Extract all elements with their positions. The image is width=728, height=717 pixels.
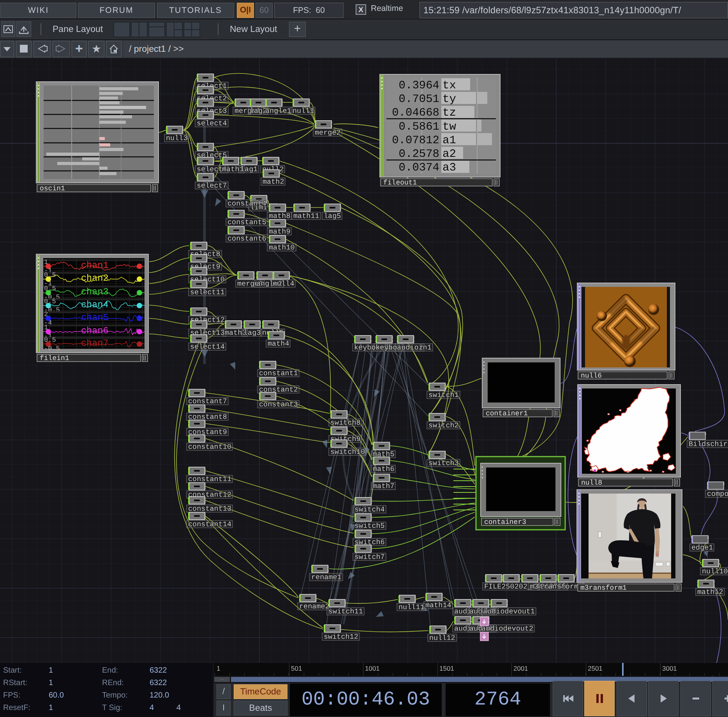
svg-text:switch3: switch3: [428, 459, 459, 467]
svg-text:chan7: chan7: [81, 338, 109, 349]
svg-text:null12: null12: [429, 634, 455, 642]
svg-text:0.5: 0.5: [44, 272, 56, 279]
svg-text:lag1: lag1: [240, 165, 257, 174]
svg-text:0.5: 0.5: [44, 337, 56, 344]
svg-text:chan1: chan1: [81, 260, 109, 271]
svg-text:chan4: chan4: [81, 300, 109, 310]
svg-text:null3: null3: [166, 134, 188, 142]
svg-text:math4: math4: [268, 340, 289, 348]
svg-text:transform1: transform1: [539, 583, 583, 591]
svg-text:null6: null6: [581, 372, 602, 380]
svg-text:select14: select14: [190, 343, 225, 351]
svg-text:constant6: constant6: [227, 235, 266, 243]
svg-text:1: 1: [44, 259, 48, 266]
svg-text:switch10: switch10: [330, 448, 365, 456]
svg-text:switch12: switch12: [324, 633, 358, 641]
svg-text:Bildschirm1: Bildschirm1: [689, 440, 728, 448]
svg-text:math7: math7: [373, 482, 395, 490]
svg-text:null1: null1: [293, 107, 314, 115]
svg-text:constant14: constant14: [188, 520, 231, 529]
svg-text:math2: math2: [263, 178, 284, 186]
svg-text:constant11: constant11: [188, 475, 231, 483]
svg-text:m3ransform1: m3ransform1: [580, 584, 627, 592]
svg-text:fileout1: fileout1: [383, 179, 417, 187]
svg-text:math11: math11: [293, 212, 319, 220]
svg-text:ty: ty: [442, 93, 456, 105]
svg-text:tw: tw: [442, 120, 456, 133]
svg-text:constant3: constant3: [259, 401, 298, 409]
svg-text:switch7: switch7: [354, 553, 385, 561]
svg-text:switch11: switch11: [328, 608, 363, 616]
svg-text:container3: container3: [484, 518, 526, 526]
svg-text:chan5: chan5: [81, 313, 109, 323]
svg-text:select7: select7: [197, 182, 227, 190]
svg-text:angle1: angle1: [265, 107, 291, 115]
svg-text:0.2578: 0.2578: [399, 148, 439, 160]
svg-text:select11: select11: [190, 288, 225, 297]
svg-text:constant1: constant1: [259, 369, 298, 378]
svg-text:math14: math14: [425, 601, 451, 610]
svg-text:0.5861: 0.5861: [399, 120, 439, 133]
svg-text:0.5: 0.5: [44, 285, 56, 293]
svg-text:chan3: chan3: [81, 287, 109, 297]
svg-text:0.3964: 0.3964: [399, 79, 439, 92]
svg-text:chan2: chan2: [81, 273, 109, 284]
svg-text:audiodevout1: audiodevout1: [483, 608, 535, 616]
svg-text:oscin1: oscin1: [40, 185, 65, 193]
svg-text:0.04668: 0.04668: [392, 106, 439, 119]
svg-text:1: 1: [44, 324, 48, 332]
svg-text:switch5: switch5: [354, 522, 385, 530]
svg-text:lag3: lag3: [243, 329, 261, 337]
svg-text:math6: math6: [373, 465, 395, 473]
svg-text:rename1: rename1: [311, 573, 342, 582]
svg-text:a2: a2: [442, 148, 456, 160]
svg-text:container1: container1: [486, 410, 528, 418]
svg-text:2: 2: [44, 311, 48, 318]
svg-text:switch1: switch1: [428, 391, 459, 399]
svg-text:0.5: 0.5: [44, 298, 56, 306]
svg-text:null8: null8: [581, 479, 602, 487]
svg-text:filein1: filein1: [40, 355, 69, 362]
svg-text:audiodevout2: audiodevout2: [481, 625, 533, 633]
svg-text:composite1: composite1: [707, 490, 728, 498]
svg-text:m3: m3: [530, 583, 538, 591]
svg-text:switch8: switch8: [330, 419, 361, 427]
svg-text:lag5: lag5: [324, 212, 341, 220]
svg-text:select4: select4: [197, 120, 227, 128]
svg-text:0.7051: 0.7051: [399, 93, 439, 105]
svg-text:rename2: rename2: [299, 603, 330, 611]
svg-text:switch2: switch2: [428, 422, 459, 430]
svg-text:null4: null4: [273, 280, 294, 288]
svg-text:merge2: merge2: [315, 129, 341, 137]
svg-text:constant10: constant10: [188, 443, 231, 451]
svg-text:constant5: constant5: [227, 218, 266, 227]
svg-text:0.0374: 0.0374: [399, 161, 439, 174]
svg-text:math8: math8: [269, 212, 291, 220]
svg-text:audioin1: audioin1: [397, 344, 432, 352]
svg-text:constant7: constant7: [188, 397, 227, 406]
svg-text:math12: math12: [697, 588, 723, 596]
svg-text:math10: math10: [269, 244, 295, 252]
svg-text:tz: tz: [442, 106, 456, 119]
svg-text:switch4: switch4: [354, 506, 385, 514]
svg-text:null11: null11: [398, 603, 425, 612]
svg-text:chan6: chan6: [81, 326, 109, 336]
svg-text:0.07812: 0.07812: [392, 134, 439, 147]
svg-text:edge1: edge1: [691, 544, 713, 552]
svg-text:-0.5: -0.5: [44, 345, 60, 353]
svg-text:constant13: constant13: [188, 505, 231, 513]
svg-text:null10: null10: [702, 568, 728, 576]
svg-text:a3: a3: [442, 161, 456, 174]
svg-text:constant4: constant4: [227, 200, 266, 208]
svg-text:tx: tx: [442, 79, 456, 92]
svg-text:math9: math9: [269, 228, 291, 236]
svg-text:a1: a1: [442, 134, 456, 147]
